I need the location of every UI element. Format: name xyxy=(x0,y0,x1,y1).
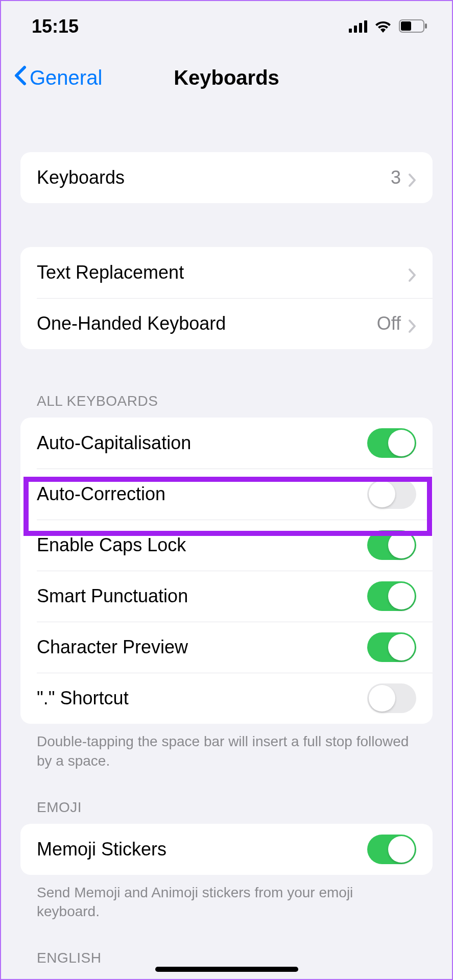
chevron-right-icon xyxy=(408,316,416,331)
row-toggle: Enable Caps Lock xyxy=(20,520,433,571)
group-all-keyboards: Auto-CapitalisationAuto-CorrectionEnable… xyxy=(20,418,433,724)
row-text-replacement[interactable]: Text Replacement xyxy=(20,247,433,298)
svg-rect-5 xyxy=(401,21,411,31)
toggle-switch[interactable] xyxy=(367,632,416,662)
back-label: General xyxy=(30,66,102,89)
row-label: Enable Caps Lock xyxy=(37,534,186,556)
row-label: Auto-Correction xyxy=(37,483,165,505)
group-emoji: Memoji Stickers xyxy=(20,824,433,875)
row-one-handed-keyboard[interactable]: One-Handed Keyboard Off xyxy=(20,298,433,349)
chevron-right-icon xyxy=(408,170,416,185)
status-time: 15:15 xyxy=(32,16,79,37)
home-indicator xyxy=(155,967,298,972)
toggle-switch[interactable] xyxy=(367,683,416,713)
svg-rect-0 xyxy=(349,29,352,33)
row-toggle: Smart Punctuation xyxy=(20,571,433,622)
row-keyboards[interactable]: Keyboards 3 xyxy=(20,152,433,203)
cellular-signal-icon xyxy=(349,16,367,37)
row-label: Auto-Capitalisation xyxy=(37,432,191,454)
battery-icon xyxy=(399,16,427,37)
status-right xyxy=(349,16,427,37)
status-bar: 15:15 xyxy=(1,1,452,52)
group-keyboards-count: Keyboards 3 xyxy=(20,152,433,203)
row-value: 3 xyxy=(391,167,401,188)
row-label: One-Handed Keyboard xyxy=(37,313,226,334)
row-toggle: Auto-Capitalisation xyxy=(20,418,433,469)
chevron-left-icon xyxy=(13,65,27,90)
svg-rect-1 xyxy=(354,26,357,33)
row-label: Smart Punctuation xyxy=(37,585,188,607)
section-header-emoji: EMOJI xyxy=(20,799,433,824)
back-button[interactable]: General xyxy=(13,65,102,90)
row-value: Off xyxy=(377,313,401,334)
toggle-switch[interactable] xyxy=(367,428,416,458)
svg-rect-3 xyxy=(364,20,367,33)
toggle-switch[interactable] xyxy=(367,581,416,611)
row-label: Character Preview xyxy=(37,636,188,658)
row-toggle: Character Preview xyxy=(20,622,433,673)
group-text-options: Text Replacement One-Handed Keyboard Off xyxy=(20,247,433,349)
svg-rect-6 xyxy=(425,23,427,29)
wifi-icon xyxy=(374,16,392,37)
toggle-switch[interactable] xyxy=(367,530,416,560)
section-header-all-keyboards: ALL KEYBOARDS xyxy=(20,393,433,418)
chevron-right-icon xyxy=(408,265,416,280)
row-label: Memoji Stickers xyxy=(37,839,166,860)
row-memoji-stickers: Memoji Stickers xyxy=(20,824,433,875)
section-footer-emoji: Send Memoji and Animoji stickers from yo… xyxy=(20,875,433,922)
svg-rect-2 xyxy=(359,23,362,33)
nav-bar: General Keyboards xyxy=(1,52,452,103)
row-label: Text Replacement xyxy=(37,262,184,283)
toggle-switch[interactable] xyxy=(367,479,416,509)
row-label: "." Shortcut xyxy=(37,688,129,709)
toggle-memoji-stickers[interactable] xyxy=(367,835,416,864)
section-footer-all-keyboards: Double-tapping the space bar will insert… xyxy=(20,724,433,771)
row-toggle: "." Shortcut xyxy=(20,673,433,724)
row-label: Keyboards xyxy=(37,167,125,188)
row-toggle: Auto-Correction xyxy=(20,469,433,520)
